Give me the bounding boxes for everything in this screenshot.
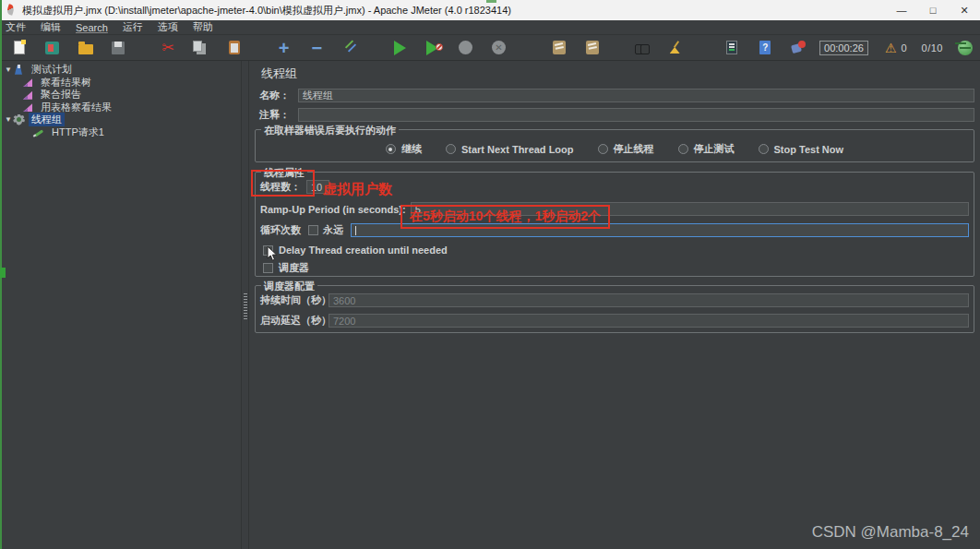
listener-chart-icon — [22, 90, 34, 101]
listener-chart-icon — [22, 101, 34, 113]
toggle-pencils-icon — [342, 42, 357, 54]
maximize-button[interactable]: □ — [917, 0, 949, 20]
paste-icon — [229, 41, 240, 54]
radio-label: Start Next Thread Loop — [461, 144, 574, 155]
top-edge-tick — [486, 0, 496, 3]
tree-item-view-results-table[interactable]: 用表格察看结果 — [2, 101, 241, 114]
start-no-pauses-button[interactable] — [421, 38, 445, 58]
thread-group-panel: 线程组 名称： 线程组 注释： 在取样器错误后要执行的动作 继续 — [249, 61, 980, 549]
menu-run[interactable]: 运行 — [123, 20, 143, 34]
name-label: 名称： — [259, 89, 290, 102]
menu-search[interactable]: Search — [76, 22, 108, 33]
name-input[interactable]: 线程组 — [298, 89, 974, 102]
expand-all-button[interactable]: + — [272, 38, 296, 58]
function-helper-button[interactable] — [720, 38, 744, 58]
scheduler-config-groupbox: 调度器配置 持续时间（秒） 3600 启动延迟（秒） 7200 — [255, 285, 974, 333]
copy-button[interactable] — [189, 38, 213, 58]
radio-dot-icon[interactable] — [759, 144, 769, 154]
radio-start-next-loop[interactable]: Start Next Thread Loop — [446, 144, 574, 155]
radio-dot-icon[interactable] — [446, 144, 456, 154]
new-file-button[interactable] — [7, 38, 31, 58]
tree-item-label[interactable]: HTTP请求1 — [49, 125, 107, 139]
jmeter-window: 模拟虚拟用户.jmx (D:\install\jmeter\apache-jme… — [0, 0, 980, 549]
menu-edit[interactable]: 编辑 — [41, 20, 61, 34]
recording-edge-handle — [0, 268, 6, 278]
startup-delay-value: 7200 — [333, 316, 355, 327]
shutdown-button[interactable]: ✕ — [487, 38, 511, 58]
radio-dot-icon[interactable] — [678, 144, 688, 154]
radio-stop-test-now[interactable]: Stop Test Now — [759, 144, 844, 155]
radio-stop-thread[interactable]: 停止线程 — [598, 142, 654, 156]
startup-delay-label: 启动延迟（秒） — [260, 314, 327, 328]
text-caret — [355, 226, 356, 235]
scheduler-checkbox[interactable] — [263, 263, 273, 273]
name-value: 线程组 — [303, 89, 333, 102]
templates-button[interactable] — [41, 38, 65, 58]
listener-chart-icon — [22, 77, 34, 88]
error-action-group-label: 在取样器错误后要执行的动作 — [261, 124, 399, 137]
search-button[interactable] — [630, 38, 654, 58]
expand-arrow-icon[interactable]: ▼ — [4, 66, 13, 74]
tree-item-thread-group[interactable]: ▼ 线程组 — [2, 113, 241, 126]
open-file-button[interactable] — [74, 38, 98, 58]
menu-options[interactable]: 选项 — [158, 20, 178, 34]
minus-icon: − — [312, 40, 323, 56]
radio-dot-icon[interactable] — [598, 144, 608, 154]
test-plan-icon — [13, 65, 25, 76]
http-sampler-icon — [33, 126, 45, 137]
forever-label: 永远 — [323, 223, 343, 237]
thread-status-orb-icon — [958, 41, 973, 55]
clear-button[interactable] — [547, 38, 571, 58]
close-button[interactable]: ✕ — [949, 0, 980, 20]
duration-input[interactable]: 3600 — [329, 293, 969, 307]
toggle-button[interactable] — [338, 38, 362, 58]
reset-search-button[interactable] — [663, 38, 687, 58]
function-helper-icon — [726, 41, 737, 54]
jmeter-logo-icon — [6, 4, 17, 17]
minimize-button[interactable]: — — [886, 0, 917, 20]
toolbar: ✂ + − ✕ ? 00:00:26 ⚠ 0 0/10 — [0, 35, 980, 61]
clear-icon — [553, 41, 566, 54]
scheduler-config-group-label: 调度器配置 — [261, 280, 317, 293]
stop-icon — [459, 41, 472, 54]
forever-checkbox[interactable] — [308, 225, 318, 235]
stop-button[interactable] — [454, 38, 478, 58]
save-button[interactable] — [107, 38, 131, 58]
menu-help[interactable]: 帮助 — [193, 20, 213, 34]
expand-arrow-icon[interactable]: ▼ — [4, 115, 13, 124]
cut-icon: ✂ — [161, 41, 173, 55]
clear-all-button[interactable] — [580, 38, 604, 58]
broom-icon — [669, 41, 682, 54]
mouse-cursor-icon — [267, 245, 278, 262]
tree-item-http-request[interactable]: HTTP请求1 — [2, 126, 241, 139]
help-button[interactable]: ? — [753, 38, 777, 58]
shutdown-icon: ✕ — [492, 41, 506, 54]
radio-dot-icon[interactable] — [386, 144, 396, 154]
paste-button[interactable] — [222, 38, 246, 58]
split-divider[interactable] — [242, 61, 249, 549]
radio-label: Stop Test Now — [774, 144, 844, 155]
tree-item-test-plan[interactable]: ▼ 测试计划 — [2, 64, 241, 77]
menu-file[interactable]: 文件 — [6, 20, 26, 34]
page-title: 线程组 — [261, 66, 297, 82]
warning-icon[interactable]: ⚠ — [885, 41, 897, 55]
collapse-all-button[interactable]: − — [305, 38, 329, 58]
tree-item-aggregate-report[interactable]: 聚合报告 — [2, 89, 241, 101]
radio-label: 继续 — [401, 142, 422, 156]
titlebar: 模拟虚拟用户.jmx (D:\install\jmeter\apache-jme… — [0, 0, 980, 20]
ssl-manager-button[interactable] — [786, 38, 810, 58]
comments-input[interactable] — [298, 108, 974, 122]
startup-delay-input[interactable]: 7200 — [329, 314, 969, 328]
radio-label: 停止线程 — [614, 142, 654, 156]
save-icon — [112, 42, 125, 54]
active-thread-count: 0/10 — [922, 42, 943, 54]
tree-item-view-results-tree[interactable]: 察看结果树 — [2, 77, 241, 90]
divider-grip-icon[interactable] — [244, 293, 247, 319]
cut-button[interactable]: ✂ — [156, 38, 180, 58]
open-folder-icon — [78, 44, 93, 54]
templates-icon — [45, 42, 59, 54]
radio-continue[interactable]: 继续 — [386, 142, 422, 156]
radio-stop-test[interactable]: 停止测试 — [678, 142, 735, 156]
start-button[interactable] — [388, 38, 412, 58]
thread-group-gear-icon — [13, 114, 25, 125]
